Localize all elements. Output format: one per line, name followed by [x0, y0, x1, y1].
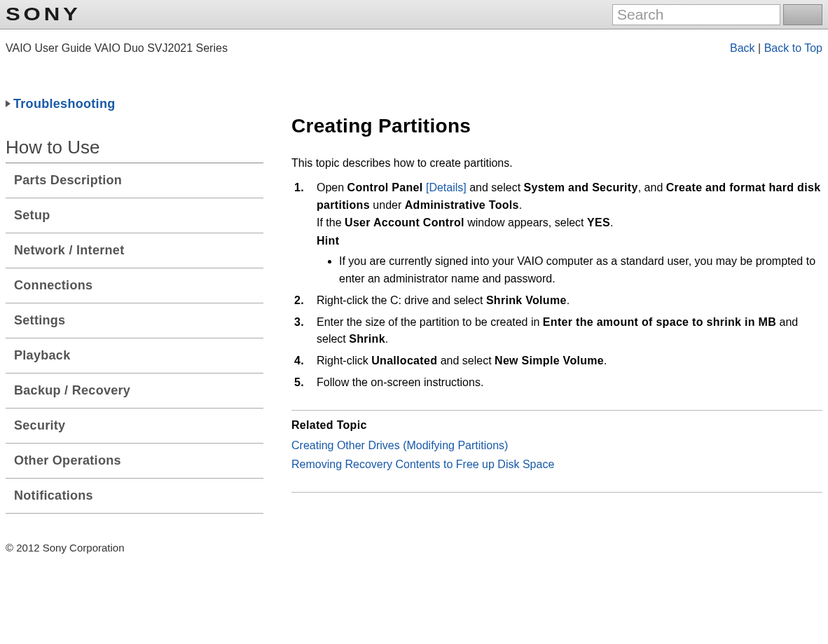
hint-list: If you are currently signed into your VA… — [317, 253, 822, 288]
sidebar-item-playback[interactable]: Playback — [6, 338, 263, 374]
related-link-2[interactable]: Removing Recovery Contents to Free up Di… — [291, 455, 822, 474]
sidebar-list: Parts Description Setup Network / Intern… — [6, 163, 263, 514]
top-bar: SONY — [0, 0, 828, 29]
intro-text: This topic describes how to create parti… — [291, 157, 822, 170]
steps-list: Open Control Panel [Details] and select … — [291, 179, 822, 392]
separator — [291, 410, 822, 411]
sidebar-item-connections[interactable]: Connections — [6, 268, 263, 303]
related-links: Creating Other Drives (Modifying Partiti… — [291, 436, 822, 474]
troubleshooting-label: Troubleshooting — [13, 97, 116, 111]
sony-logo: SONY — [6, 4, 81, 25]
details-link[interactable]: [Details] — [423, 181, 467, 193]
main-content: Creating Partitions This topic describes… — [291, 97, 822, 514]
step-4: Right-click Unallocated and select New S… — [310, 352, 822, 370]
search-group — [612, 4, 822, 25]
related-link-1[interactable]: Creating Other Drives (Modifying Partiti… — [291, 436, 822, 455]
sidebar-item-setup[interactable]: Setup — [6, 198, 263, 233]
nav-links: Back | Back to Top — [730, 42, 822, 55]
how-to-use-heading: How to Use — [6, 137, 263, 163]
page-title: Creating Partitions — [291, 115, 822, 137]
troubleshooting-link[interactable]: Troubleshooting — [6, 97, 263, 111]
sub-header: VAIO User Guide VAIO Duo SVJ2021 Series … — [0, 29, 828, 55]
footer-copyright: © 2012 Sony Corporation — [0, 514, 828, 568]
sidebar-item-network-internet[interactable]: Network / Internet — [6, 233, 263, 268]
search-input[interactable] — [612, 4, 780, 25]
arrow-right-icon — [6, 100, 11, 107]
step-3: Enter the size of the partition to be cr… — [310, 314, 822, 349]
step-2: Right-click the C: drive and select Shri… — [310, 292, 822, 310]
sidebar-item-notifications[interactable]: Notifications — [6, 479, 263, 514]
sidebar-item-backup-recovery[interactable]: Backup / Recovery — [6, 374, 263, 409]
related-topic-label: Related Topic — [291, 419, 822, 432]
back-to-top-link[interactable]: Back to Top — [764, 42, 822, 54]
hint-item: If you are currently signed into your VA… — [339, 253, 822, 288]
sidebar-item-other-operations[interactable]: Other Operations — [6, 444, 263, 479]
back-link[interactable]: Back — [730, 42, 755, 54]
step-1: Open Control Panel [Details] and select … — [310, 179, 822, 288]
sidebar-item-parts-description[interactable]: Parts Description — [6, 163, 263, 198]
hint-label: Hint — [317, 233, 822, 250]
guide-title: VAIO User Guide VAIO Duo SVJ2021 Series — [6, 42, 228, 55]
separator-2 — [291, 492, 822, 493]
content-wrap: Troubleshooting How to Use Parts Descrip… — [0, 55, 828, 514]
nav-separator: | — [758, 42, 764, 54]
sidebar-item-security[interactable]: Security — [6, 409, 263, 444]
search-button[interactable] — [783, 4, 822, 25]
sidebar: Troubleshooting How to Use Parts Descrip… — [6, 97, 263, 514]
step-5: Follow the on-screen instructions. — [310, 374, 822, 392]
sidebar-item-settings[interactable]: Settings — [6, 303, 263, 338]
